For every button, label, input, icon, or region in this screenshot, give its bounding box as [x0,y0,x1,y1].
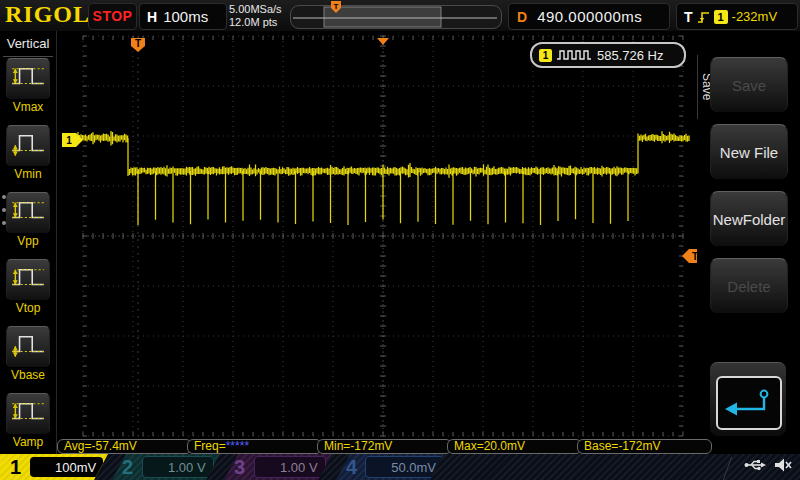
measure-item[interactable]: Vamp [6,393,50,449]
acquisition-info: 5.00MSa/s 12.0M pts [229,3,282,29]
vmax-icon [9,59,47,91]
measure-item-label: Vmax [6,100,50,114]
timebase-value: 100ms [163,8,208,25]
return-arrow-icon [722,387,776,419]
measurement-avg[interactable]: Avg=-57.4mV [57,439,192,454]
measurement-min[interactable]: Min=-172mV [317,439,452,454]
memory-position-bar[interactable]: T [290,5,502,29]
measure-item-button[interactable] [6,192,50,233]
measure-item-label: Vmin [6,167,50,181]
back-button[interactable] [710,362,786,436]
graticule: TT1 [57,31,697,440]
oscilloscope-screen: RIGOL STOP H 100ms 5.00MSa/s 12.0M pts T… [0,0,800,480]
delay-label: D [517,9,527,25]
frequency-value: 585.726 Hz [597,48,664,63]
svg-text:T: T [135,38,141,49]
horizontal-timebase-box[interactable]: H 100ms [139,3,227,30]
trigger-status-box[interactable]: T 1 -232mV [676,3,798,30]
left-measure-menu: Vertical Vmax Vmin Vpp Vtop Vbase Vamp [0,31,57,454]
channel-number: 2 [122,456,138,479]
memory-depth: 12.0M pts [229,16,282,29]
speaker-muted-icon [774,457,792,473]
counter-channel-badge: 1 [539,49,552,62]
trigger-source-badge: 1 [714,10,728,24]
memory-waveform-icon: T [291,1,501,29]
channel-number: 1 [10,456,26,479]
ch1-waveform [78,131,689,225]
menu-page-dot [2,208,6,212]
measurement-freq[interactable]: Freq=***** [187,439,322,454]
top-status-bar: RIGOL STOP H 100ms 5.00MSa/s 12.0M pts T… [0,0,800,32]
channel-scale-box: 100mV [30,457,103,477]
measure-item-button[interactable] [6,393,50,434]
measure-item-label: Vbase [6,368,50,382]
measure-item-label: Vamp [6,435,50,449]
rising-edge-icon [697,10,710,24]
run-stop-status[interactable]: STOP [88,3,137,30]
usb-icon [744,458,766,472]
pulse-train-icon [556,49,592,61]
menu-button-delete: Delete [710,258,788,313]
channel-scale: 100mV [55,460,96,475]
measure-item-button[interactable] [6,125,50,166]
waveform-display-area: TT1 1 585.726 Hz [57,31,697,440]
measure-item[interactable]: Vtop [6,259,50,315]
back-button-face [716,376,782,430]
menu-button-newfolder[interactable]: NewFolder [710,191,788,246]
measure-item-label: Vpp [6,234,50,248]
window-center-marker [377,38,389,45]
menu-button-save: Save [710,57,788,112]
brand-logo: RIGOL [5,1,90,28]
channel-3-status[interactable]: 3 1.00 V [224,454,332,480]
trigger-delay-box[interactable]: D 490.000000ms [508,3,670,30]
channel-status-bar: 1 100mV 2 1.00 V 3 1.00 V 4 50.0mV [0,454,800,480]
trigger-level-value: -232mV [732,9,778,24]
vtop-icon [9,260,47,292]
channel-scale-box: 50.0mV [365,456,444,478]
channel-number: 3 [234,456,250,479]
measurement-max[interactable]: Max=20.0mV [447,439,582,454]
trigger-level-marker[interactable]: T [682,249,697,263]
channel-scale-box: 1.00 V [142,456,214,478]
measure-menu-title: Vertical [3,31,53,57]
channel-scale-box: 1.00 V [254,456,326,478]
frequency-counter-badge: 1 585.726 Hz [530,42,686,68]
trigger-label: T [684,9,693,25]
channel-4-status[interactable]: 4 50.0mV [336,454,444,480]
channel-number: 4 [346,456,361,479]
channel-scale: 1.00 V [168,460,206,475]
measure-item-button[interactable] [6,326,50,367]
measure-item[interactable]: Vmin [6,125,50,181]
vbase-icon [9,327,47,359]
measure-item[interactable]: Vmax [6,58,50,114]
menu-page-dot [2,221,6,225]
right-soft-menu: Save SaveNew FileNewFolderDelete [697,31,800,454]
menu-page-dot [2,195,6,199]
measurement-base[interactable]: Base=-172mV [577,439,712,454]
horizontal-label: H [147,9,157,25]
channel-scale: 1.00 V [280,460,318,475]
measure-item-button[interactable] [6,58,50,99]
vmin-icon [9,126,47,158]
delay-value: 490.000000ms [537,8,642,25]
measure-item-label: Vtop [6,301,50,315]
trigger-position-marker[interactable]: T [131,38,145,52]
measure-item[interactable]: Vbase [6,326,50,382]
measure-item[interactable]: Vpp [6,192,50,248]
channel-1-status[interactable]: 1 100mV [0,454,108,480]
measure-item-button[interactable] [6,259,50,300]
sample-rate: 5.00MSa/s [229,3,282,16]
channel-scale: 50.0mV [391,460,436,475]
vamp-icon [9,394,47,426]
vpp-icon [9,193,47,225]
svg-text:T: T [334,2,339,11]
svg-text:1: 1 [66,135,72,146]
statusbar-divider [721,457,732,480]
menu-button-new-file[interactable]: New File [710,124,788,179]
channel-2-status[interactable]: 2 1.00 V [112,454,220,480]
